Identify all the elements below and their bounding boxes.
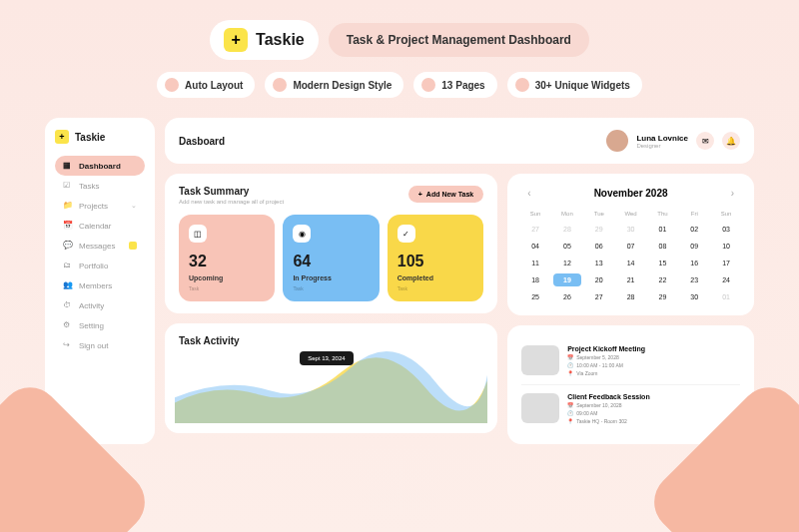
calendar-day[interactable]: 30 [680, 290, 708, 303]
calendar-day[interactable]: 30 [617, 223, 645, 236]
event-time: 🕐10:00 AM - 11:00 AM [567, 362, 645, 368]
calendar-day[interactable]: 03 [712, 223, 740, 236]
calendar-day[interactable]: 21 [617, 273, 645, 286]
user-role: Designer [636, 143, 688, 149]
calendar-day[interactable]: 25 [521, 290, 549, 303]
tagline-pill: Task & Project Management Dashboard [329, 23, 589, 57]
event-item[interactable]: Project Kickoff Meeting📅September 5, 202… [521, 337, 740, 384]
calendar-day[interactable]: 08 [649, 240, 677, 253]
calendar-day[interactable]: 07 [617, 240, 645, 253]
calendar-day[interactable]: 27 [585, 290, 613, 303]
feature-pill: 13 Pages [413, 72, 496, 98]
feature-label: Auto Layout [185, 80, 243, 91]
sidebar-item-sign-out[interactable]: ↪Sign out [55, 335, 145, 355]
calendar-day[interactable]: 11 [521, 257, 549, 269]
calendar-day[interactable]: 10 [712, 240, 740, 253]
calendar-day[interactable]: 06 [585, 240, 613, 253]
logo-icon: + [224, 28, 248, 52]
calendar-day[interactable]: 23 [680, 273, 708, 286]
calendar-day[interactable]: 01 [712, 290, 740, 303]
plus-icon: + [418, 191, 422, 198]
clock-icon: 🕐 [567, 410, 573, 416]
feature-pill: Auto Layout [157, 72, 255, 98]
stat-icon: ◉ [293, 225, 311, 243]
calendar-dow: Thu [649, 209, 677, 219]
nav-icon: 📁 [63, 201, 73, 211]
user-name: Luna Lovnice [636, 134, 688, 143]
calendar-day[interactable]: 28 [553, 223, 581, 236]
task-summary-card: Task Summary Add new task and manage all… [165, 174, 497, 313]
sidebar-item-projects[interactable]: 📁Projects⌄ [55, 196, 145, 216]
stat-card-in-progress[interactable]: ◉64In ProgressTask [283, 215, 379, 301]
calendar-day[interactable]: 02 [680, 223, 708, 236]
calendar-day[interactable]: 28 [617, 290, 645, 303]
calendar-day[interactable]: 29 [649, 290, 677, 303]
nav-label: Messages [79, 242, 115, 251]
stat-card-upcoming[interactable]: ◫32UpcomingTask [179, 215, 275, 301]
calendar-day[interactable]: 01 [649, 223, 677, 236]
sidebar-item-activity[interactable]: ⏱Activity [55, 295, 145, 315]
calendar-dow: Mon [553, 209, 581, 219]
add-task-button[interactable]: + Add New Task [408, 186, 483, 203]
feature-label: 30+ Unique Widgets [535, 80, 630, 91]
sidebar-item-messages[interactable]: 💬Messages [55, 236, 145, 256]
nav-label: Setting [79, 321, 104, 330]
nav-icon: 🗂 [63, 261, 73, 270]
calendar-day[interactable]: 22 [649, 273, 677, 286]
sidebar-item-dashboard[interactable]: ▦Dashboard [55, 156, 145, 176]
calendar-dow: Sun [712, 209, 740, 219]
calendar-day[interactable]: 18 [521, 273, 549, 286]
stat-value: 105 [398, 253, 473, 270]
sidebar-item-portfolio[interactable]: 🗂Portfolio [55, 256, 145, 275]
calendar-icon: 📅 [567, 354, 573, 360]
calendar-day[interactable]: 19 [553, 273, 581, 286]
calendar-day[interactable]: 14 [617, 257, 645, 269]
sidebar-item-members[interactable]: 👥Members [55, 275, 145, 295]
event-title: Project Kickoff Meeting [567, 345, 645, 352]
summary-subtitle: Add new task and manage all of project [179, 199, 284, 205]
stat-value: 32 [189, 253, 265, 270]
calendar-day[interactable]: 24 [712, 273, 740, 286]
calendar-prev-button[interactable]: ‹ [521, 186, 536, 201]
topbar: Dasboard Luna Lovnice Designer ✉ 🔔 [165, 118, 754, 164]
calendar-day[interactable]: 12 [553, 257, 581, 269]
stat-icon: ✓ [398, 225, 415, 243]
nav-label: Sign out [79, 341, 108, 350]
avatar[interactable] [606, 130, 628, 152]
stat-value: 64 [293, 253, 369, 270]
calendar-dow: Sun [521, 209, 549, 219]
feature-dot-icon [165, 78, 179, 92]
calendar-day[interactable]: 05 [553, 240, 581, 253]
calendar-day[interactable]: 16 [680, 257, 708, 269]
event-thumb [521, 345, 559, 375]
feature-pill: 30+ Unique Widgets [507, 72, 642, 98]
event-location: 📍Taskie HQ - Room 302 [567, 418, 649, 424]
nav-badge [129, 242, 137, 250]
sidebar-item-setting[interactable]: ⚙Setting [55, 315, 145, 335]
calendar-day[interactable]: 15 [649, 257, 677, 269]
chat-icon[interactable]: ✉ [696, 132, 714, 150]
nav-label: Activity [79, 301, 104, 310]
calendar-day[interactable]: 13 [585, 257, 613, 269]
event-item[interactable]: Client Feedback Session📅September 10, 20… [521, 384, 740, 432]
calendar-day[interactable]: 29 [585, 223, 613, 236]
calendar-day[interactable]: 09 [680, 240, 708, 253]
calendar-next-button[interactable]: › [725, 186, 740, 201]
calendar-day[interactable]: 04 [521, 240, 549, 253]
calendar-dow: Tue [585, 209, 613, 219]
calendar-dow: Fri [680, 209, 708, 219]
calendar-day[interactable]: 17 [712, 257, 740, 269]
calendar-day[interactable]: 26 [553, 290, 581, 303]
calendar-day[interactable]: 20 [585, 273, 613, 286]
task-activity-card: Task Activity Sept 13, 2024 [165, 323, 497, 433]
bell-icon[interactable]: 🔔 [722, 132, 740, 150]
stat-small: Task [189, 285, 265, 291]
sidebar-item-calendar[interactable]: 📅Calendar [55, 216, 145, 236]
sidebar-item-tasks[interactable]: ☑Tasks [55, 176, 145, 196]
calendar-day[interactable]: 27 [521, 223, 549, 236]
sidebar-logo-icon: + [55, 130, 69, 144]
summary-title: Task Summary [179, 186, 284, 197]
activity-title: Task Activity [179, 335, 483, 346]
stat-card-completed[interactable]: ✓105CompletedTask [388, 215, 483, 301]
calendar-month: November 2028 [594, 188, 668, 199]
